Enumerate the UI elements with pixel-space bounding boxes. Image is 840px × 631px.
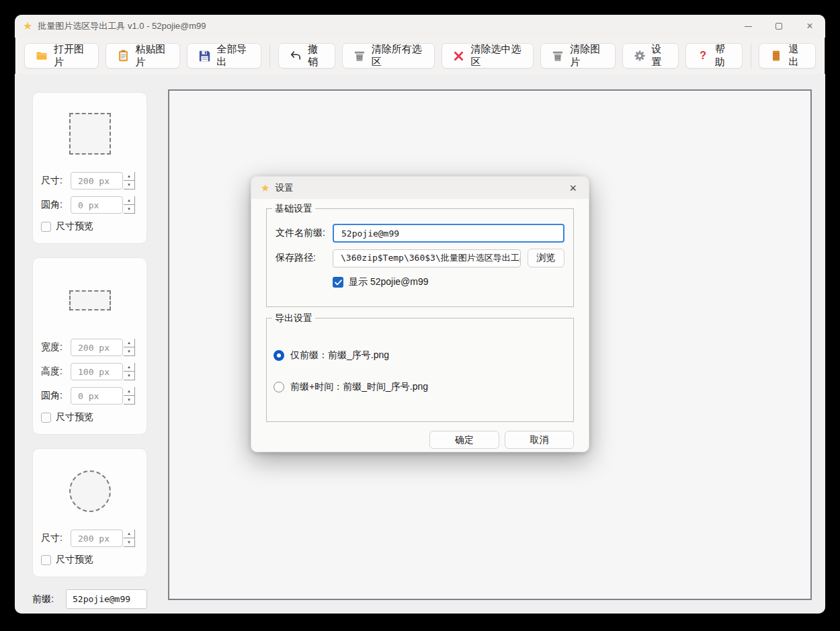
toolbar-button-label: 帮助: [715, 43, 731, 69]
basic-settings-title: 基础设置: [272, 203, 315, 215]
square-size-stepper[interactable]: ▲▼: [124, 172, 135, 190]
rect-height-stepper[interactable]: ▲▼: [124, 363, 135, 380]
question-icon: ?: [697, 50, 709, 62]
cancel-button-label: 取消: [530, 434, 549, 446]
rectangle-shape-preview[interactable]: [69, 290, 111, 310]
ok-button[interactable]: 确定: [429, 431, 499, 449]
paste-image-button[interactable]: 粘贴图片: [106, 43, 180, 69]
size-row: 尺寸: ▲▼: [41, 172, 138, 190]
toolbar-button-label: 粘贴图片: [135, 43, 169, 69]
save-path-input[interactable]: [333, 249, 521, 267]
folder-icon: [36, 50, 48, 62]
height-row: 高度: ▲▼: [41, 363, 138, 380]
toolbar-separator: [751, 44, 751, 68]
naming-option-label: 仅前缀：前缀_序号.png: [290, 349, 389, 362]
spin-up-icon[interactable]: ▲: [124, 387, 135, 396]
spin-down-icon[interactable]: ▼: [124, 181, 135, 190]
basic-settings-group: 基础设置 文件名前缀: 保存路径: 浏览 显示 52pojie@m99: [266, 208, 574, 307]
save-icon: [198, 50, 210, 62]
rect-height-input[interactable]: [71, 363, 123, 380]
height-label: 高度:: [41, 366, 69, 378]
toolbar-button-label: 退出: [788, 43, 804, 69]
size-label: 尺寸:: [41, 175, 69, 187]
help-button[interactable]: ? 帮助: [685, 43, 743, 69]
toolbar-button-label: 打开图片: [54, 43, 87, 69]
spin-up-icon[interactable]: ▲: [124, 530, 135, 538]
cancel-button[interactable]: 取消: [505, 431, 574, 449]
paste-icon: [117, 50, 129, 62]
clear-image-button[interactable]: 清除图片: [540, 43, 615, 69]
spin-up-icon[interactable]: ▲: [124, 172, 135, 181]
close-button[interactable]: ×: [794, 15, 825, 38]
browse-button[interactable]: 浏览: [528, 249, 564, 267]
spin-down-icon[interactable]: ▼: [124, 205, 135, 214]
show-prefix-checkbox[interactable]: [333, 277, 343, 288]
spin-up-icon[interactable]: ▲: [124, 339, 135, 347]
clear-all-selections-button[interactable]: 清除所有选区: [342, 43, 435, 69]
maximize-button[interactable]: [763, 15, 794, 38]
show-prefix-row: 显示 52pojie@m99: [333, 276, 564, 288]
radio-selected-icon[interactable]: [274, 350, 284, 361]
size-preview-row: 尺寸预览: [41, 554, 138, 566]
circle-shape-panel: 尺寸: ▲▼ 尺寸预览: [32, 448, 147, 577]
rect-width-input[interactable]: [71, 339, 123, 356]
rectangle-shape-panel: 宽度: ▲▼ 高度: ▲▼ 圆角:: [32, 257, 147, 435]
minimize-button[interactable]: [732, 15, 763, 38]
prefix-input[interactable]: [66, 589, 147, 609]
save-path-label: 保存路径:: [276, 252, 333, 264]
spin-down-icon[interactable]: ▼: [124, 372, 135, 380]
radio-unselected-icon[interactable]: [274, 382, 284, 392]
spin-down-icon[interactable]: ▼: [124, 538, 135, 547]
settings-button[interactable]: 设置: [622, 43, 679, 69]
size-preview-row: 尺寸预览: [41, 411, 138, 423]
spin-up-icon[interactable]: ▲: [124, 196, 135, 205]
size-preview-label: 尺寸预览: [56, 220, 93, 233]
radius-row: 圆角: ▲▼: [41, 196, 138, 214]
circle-size-input[interactable]: [71, 530, 123, 547]
toolbar-button-label: 清除图片: [570, 43, 603, 69]
naming-option-label: 前缀+时间：前缀_时间_序号.png: [290, 381, 428, 393]
size-row: 尺寸: ▲▼: [41, 530, 138, 547]
toolbar-button-label: 全部导出: [216, 43, 250, 69]
naming-option-prefix-time[interactable]: 前缀+时间：前缀_时间_序号.png: [274, 381, 564, 393]
spin-up-icon[interactable]: ▲: [124, 363, 135, 372]
window-controls: ×: [732, 15, 825, 38]
close-icon: ×: [569, 181, 577, 195]
gear-icon: [634, 50, 646, 62]
size-preview-checkbox[interactable]: [41, 222, 51, 232]
square-radius-input[interactable]: [71, 196, 123, 214]
square-shape-panel: 尺寸: ▲▼ 圆角: ▲▼ 尺寸预览: [32, 92, 147, 244]
circle-size-stepper[interactable]: ▲▼: [124, 530, 135, 547]
close-icon: ×: [806, 21, 812, 32]
export-settings-group: 导出设置 仅前缀：前缀_序号.png 前缀+时间：前缀_时间_序号.png: [266, 318, 574, 422]
prefix-label: 前缀:: [32, 593, 66, 605]
square-size-input[interactable]: [71, 172, 123, 190]
filename-prefix-input[interactable]: [333, 224, 564, 243]
dialog-close-button[interactable]: ×: [566, 181, 579, 196]
size-preview-checkbox[interactable]: [41, 555, 51, 565]
spin-down-icon[interactable]: ▼: [124, 347, 135, 356]
app-star-icon: ★: [23, 21, 32, 32]
exit-button[interactable]: 退出: [759, 43, 816, 69]
export-all-button[interactable]: 全部导出: [187, 43, 261, 69]
dialog-buttons: 确定 取消: [266, 431, 574, 449]
rect-radius-input[interactable]: [71, 387, 123, 405]
radius-label: 圆角:: [41, 390, 69, 402]
size-label: 尺寸:: [41, 532, 69, 544]
open-image-button[interactable]: 打开图片: [24, 43, 99, 69]
undo-button[interactable]: 撤销: [278, 43, 335, 69]
circle-shape-preview[interactable]: [69, 470, 111, 512]
dialog-titlebar: ★ 设置 ×: [251, 177, 589, 199]
naming-option-prefix-only[interactable]: 仅前缀：前缀_序号.png: [274, 349, 564, 362]
clear-selected-selection-button[interactable]: 清除选中选区: [442, 43, 534, 69]
toolbar-button-label: 清除选中选区: [471, 43, 523, 69]
rect-width-stepper[interactable]: ▲▼: [124, 339, 135, 356]
rect-radius-stepper[interactable]: ▲▼: [124, 387, 135, 405]
trash-icon: [353, 50, 366, 62]
size-preview-label: 尺寸预览: [56, 411, 93, 423]
width-row: 宽度: ▲▼: [41, 339, 138, 356]
size-preview-checkbox[interactable]: [41, 413, 51, 423]
spin-down-icon[interactable]: ▼: [124, 396, 135, 405]
square-shape-preview[interactable]: [69, 113, 111, 155]
square-radius-stepper[interactable]: ▲▼: [124, 196, 135, 214]
